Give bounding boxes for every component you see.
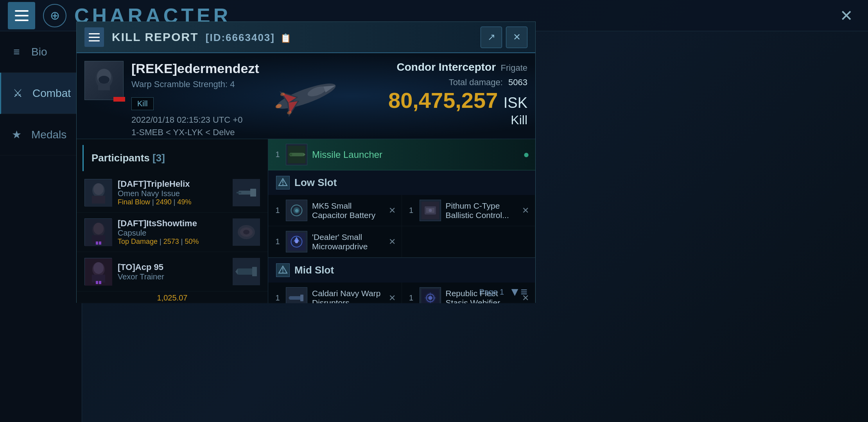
participant-avatar-3 [84, 258, 112, 285]
destroy-icon[interactable]: ✕ [389, 293, 396, 303]
sidebar-item-bio[interactable]: ≡ Bio [0, 31, 82, 73]
kill-location: 1-SMEB < YX-LYK < Delve [131, 127, 259, 138]
destroy-icon[interactable]: ✕ [522, 206, 529, 216]
isk-display: 80,475,257 ISK [388, 88, 527, 113]
participant-weapon-3 [233, 258, 260, 285]
kill-type-label: Kill [388, 113, 527, 127]
filter-button[interactable]: ▼≡ [509, 285, 527, 299]
slot-item: 1 'Dealer' Small Microwarpdrive ✕ [268, 226, 402, 257]
svg-point-31 [243, 230, 249, 234]
page-indicator: Page 1 [479, 288, 504, 297]
kill-report-modal: KILL REPORT [ID:6663403] 📋 ↗ ✕ [76, 21, 536, 303]
low-slot-items: 1 ⊕ MK5 Small Capacitor Battery ✕ [268, 195, 535, 257]
pilot-section: [REKE]edermendezt Warp Scramble Strength… [77, 53, 267, 139]
low-slot-header: Low Slot [268, 170, 535, 195]
sidebar: ≡ Bio ⚔ Combat ★ Medals [0, 31, 82, 422]
pilot-avatar [84, 61, 124, 100]
star-icon: ★ [8, 126, 25, 143]
sidebar-label-combat: Combat [32, 87, 71, 100]
svg-point-48 [282, 184, 283, 185]
kill-badge: Kill [131, 97, 154, 110]
stasis-webifier-icon [420, 287, 441, 303]
modal-body: Participants [3] [77, 139, 535, 303]
participant-info-3: [TO]Acp 95 Vexor Trainer [118, 262, 227, 281]
modal-title: KILL REPORT [ID:6663403] 📋 [112, 30, 473, 44]
warp-disruptor-icon [286, 287, 307, 303]
svg-point-56 [429, 209, 432, 212]
menu-button[interactable] [8, 2, 35, 29]
combat-icon: ⚔ [9, 84, 27, 102]
low-slot-icon [276, 176, 290, 190]
ship-display [247, 57, 365, 137]
mid-slot-icon [276, 263, 290, 277]
pilot-name: [REKE]edermendezt [131, 61, 259, 76]
svg-point-16 [93, 183, 104, 195]
ship-image [247, 57, 365, 135]
kill-stats: Condor Interceptor Frigate Total damage:… [388, 61, 527, 127]
missile-launcher-icon [286, 144, 307, 165]
slot-item: 1 ⊕ MK5 Small Capacitor Battery ✕ [268, 195, 402, 226]
svg-rect-17 [92, 196, 105, 204]
svg-text:⊕: ⊕ [295, 208, 299, 213]
svg-point-34 [93, 262, 104, 274]
vitruvian-icon: ⊕ [43, 4, 66, 27]
corp-badge [113, 97, 125, 102]
svg-rect-25 [92, 235, 105, 243]
participant-avatar-1 [84, 179, 112, 206]
pilot-warp-scramble: Warp Scramble Strength: 4 [131, 79, 259, 89]
avatar-image-1 [85, 179, 111, 206]
modal-actions: ↗ ✕ [481, 27, 527, 48]
participant-info-2: [DAFT]ItsShowtime Capsule Top Damage | 2… [118, 218, 227, 246]
sidebar-label-bio: Bio [31, 46, 47, 58]
highlighted-item: 1 Missile Launcher ● [268, 139, 535, 170]
svg-rect-45 [289, 154, 292, 156]
sidebar-item-medals[interactable]: ★ Medals [0, 114, 82, 156]
participant-3-damage: 1,025.07 [157, 293, 188, 302]
participants-header: Participants [3] [82, 145, 262, 171]
slot-item: 1 Pithum C-Type Ballistic Control... ✕ [402, 195, 536, 226]
svg-rect-66 [300, 295, 303, 301]
modal-close-button[interactable]: ✕ [506, 27, 527, 48]
kill-date: 2022/01/18 02:15:23 UTC +0 [131, 115, 259, 125]
svg-rect-36 [96, 281, 98, 284]
participants-panel: Participants [3] [77, 139, 268, 303]
svg-rect-21 [237, 192, 241, 193]
participant-row[interactable]: [DAFT]ItsShowtime Capsule Top Damage | 2… [77, 213, 268, 252]
export-button[interactable]: ↗ [481, 27, 502, 48]
low-slot-section: Low Slot 1 ⊕ [268, 170, 535, 258]
participant-row[interactable]: [DAFT]TripleHelix Omen Navy Issue Final … [77, 173, 268, 213]
sidebar-label-medals: Medals [31, 129, 66, 141]
mid-slot-header: Mid Slot [268, 258, 535, 283]
menu-icon: ≡ [8, 43, 25, 61]
participant-row[interactable]: [TO]Acp 95 Vexor Trainer [77, 252, 268, 291]
pilot-avatar-image [85, 61, 123, 100]
sidebar-item-combat[interactable]: ⚔ Combat [0, 73, 82, 114]
svg-rect-41 [252, 267, 257, 276]
microwarpdrive-icon [286, 231, 307, 252]
equipment-panel: 1 Missile Launcher ● [268, 139, 535, 303]
capacitor-battery-icon: ⊕ [286, 200, 307, 221]
svg-point-63 [282, 272, 283, 273]
svg-point-3 [99, 76, 109, 84]
slot-item-empty [402, 226, 536, 257]
svg-rect-20 [250, 189, 256, 197]
svg-rect-35 [92, 275, 105, 283]
slot-item: 1 Caldari Navy Warp Disruptors ✕ [268, 283, 402, 303]
participant-weapon-2 [233, 218, 260, 246]
svg-point-60 [295, 240, 298, 243]
destroy-icon[interactable]: ✕ [389, 206, 396, 216]
svg-point-24 [93, 223, 104, 234]
participant-avatar-2 [84, 218, 112, 246]
participant-weapon-1 [233, 179, 260, 206]
close-main-button[interactable]: ✕ [837, 6, 856, 25]
svg-rect-26 [96, 241, 98, 245]
kill-info-header: [REKE]edermendezt Warp Scramble Strength… [77, 53, 535, 139]
destroy-icon[interactable]: ✕ [389, 237, 396, 247]
participant-info-1: [DAFT]TripleHelix Omen Navy Issue Final … [118, 179, 227, 206]
ballistic-control-icon [420, 200, 441, 221]
svg-rect-27 [99, 241, 101, 245]
svg-rect-37 [99, 281, 101, 284]
pilot-info: [REKE]edermendezt Warp Scramble Strength… [131, 61, 259, 138]
ship-name-display: Condor Interceptor Frigate [388, 61, 527, 73]
modal-menu-button[interactable] [84, 27, 104, 47]
